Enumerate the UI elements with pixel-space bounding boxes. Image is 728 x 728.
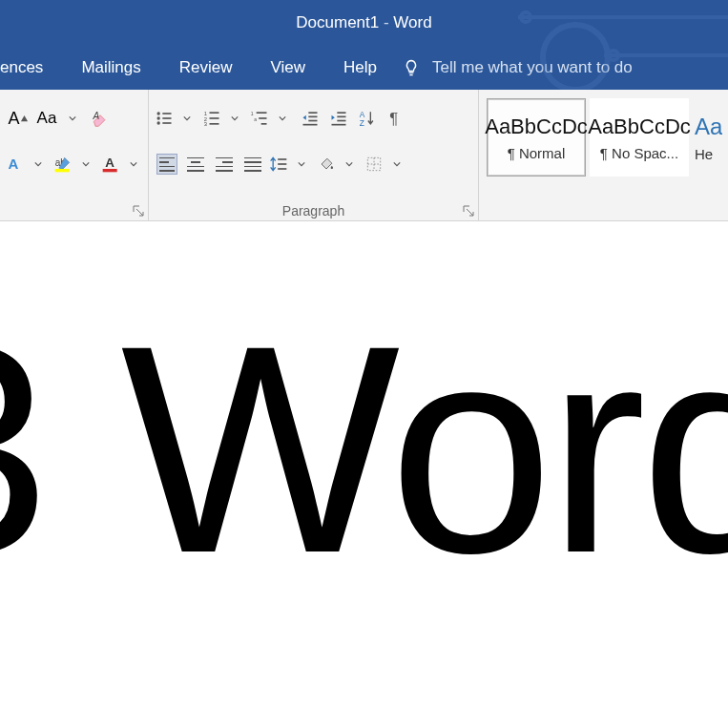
numbering-button[interactable]: 123 [202,103,246,134]
paragraph-group-label: Paragraph [149,203,478,218]
text-effects-dropdown[interactable] [25,149,50,179]
show-hide-paragraph-button[interactable]: ¶ [384,103,408,134]
tab-review[interactable]: Review [160,45,252,90]
indent-icon [329,109,348,128]
highlight-dropdown[interactable] [73,149,97,179]
paragraph-group: 123 1a AZ ¶ [149,90,479,220]
text-effects-button[interactable]: A [6,149,50,179]
line-spacing-dropdown[interactable] [288,149,313,179]
font-color-dropdown[interactable] [120,149,145,179]
paint-bucket-icon [317,155,336,174]
change-case-dropdown[interactable] [59,103,84,134]
svg-rect-8 [55,169,70,172]
svg-text:A: A [93,111,100,121]
align-right-button[interactable] [212,149,237,179]
style-normal[interactable]: AaBbCcDc ¶ Normal [487,98,586,177]
tab-mailings[interactable]: Mailings [62,45,159,90]
decrease-indent-button[interactable] [298,103,322,134]
style-no-spacing[interactable]: AaBbCcDc ¶ No Spac... [590,98,689,177]
borders-button[interactable] [364,149,408,179]
tab-view[interactable]: View [251,45,324,90]
text-effects-icon: A [6,155,25,174]
styles-group: AaBbCcDc ¶ Normal AaBbCcDc ¶ No Spac... … [479,90,728,220]
font-dialog-launcher-icon[interactable] [133,205,144,217]
svg-text:Z: Z [360,118,364,128]
justify-icon [242,154,263,175]
svg-text:a: a [254,116,257,122]
svg-text:¶: ¶ [389,110,398,128]
multilevel-icon: 1a [250,109,269,128]
align-center-icon [185,154,206,175]
lightbulb-icon [402,58,421,77]
borders-icon [364,155,384,174]
align-right-icon [214,154,235,175]
bullets-icon [155,109,174,128]
ribbon: A Aa A A ab A [0,90,728,221]
svg-text:A: A [9,156,19,172]
grow-font-button[interactable]: A [6,103,31,134]
sort-icon: AZ [358,109,377,128]
document-canvas[interactable]: 3 Word [0,221,728,728]
svg-point-3 [521,12,530,22]
increase-indent-button[interactable] [326,103,351,134]
svg-rect-10 [103,169,117,172]
svg-point-13 [157,121,160,124]
document-text: 3 Word [0,279,728,619]
ribbon-tabbar: ences Mailings Review View Help Tell me … [0,45,728,90]
change-case-button[interactable]: Aa [34,103,84,134]
sort-button[interactable]: AZ [355,103,380,134]
multilevel-list-button[interactable]: 1a [250,103,294,134]
align-left-icon [156,154,177,175]
tab-references-partial[interactable]: ences [0,45,62,90]
tell-me-text: Tell me what you want to do [432,58,633,77]
align-left-button[interactable] [155,149,179,179]
svg-point-12 [157,116,160,119]
style-gallery: AaBbCcDc ¶ Normal AaBbCcDc ¶ No Spac... … [487,95,724,179]
outdent-icon [301,109,320,128]
line-spacing-button[interactable] [269,149,313,179]
eraser-icon: A [91,109,110,128]
svg-text:3: 3 [204,121,207,127]
font-color-icon: A [101,155,120,174]
shading-dropdown[interactable] [336,149,361,179]
style-heading-partial[interactable]: Aa He [693,98,721,177]
titlebar: Document1 - Word [0,0,728,45]
svg-text:A: A [105,156,114,170]
bullets-dropdown[interactable] [174,103,198,134]
tab-help[interactable]: Help [324,45,396,90]
highlight-button[interactable]: ab [53,149,97,179]
document-title: Document1 - Word [296,13,431,32]
clear-formatting-button[interactable]: A [88,103,113,134]
borders-dropdown[interactable] [384,149,408,179]
paragraph-dialog-launcher-icon[interactable] [463,205,474,217]
numbering-dropdown[interactable] [221,103,246,134]
line-spacing-icon [269,155,288,174]
shading-button[interactable] [317,149,361,179]
multilevel-dropdown[interactable] [269,103,294,134]
numbering-icon: 123 [202,109,221,128]
align-center-button[interactable] [183,149,208,179]
bullets-button[interactable] [155,103,198,134]
pilcrow-icon: ¶ [386,109,406,128]
svg-point-11 [157,112,160,114]
justify-button[interactable] [240,149,265,179]
font-color-button[interactable]: A [101,149,145,179]
highlight-icon: ab [53,155,73,174]
tell-me-search[interactable]: Tell me what you want to do [402,58,633,77]
font-group: A Aa A A ab A [0,90,149,220]
